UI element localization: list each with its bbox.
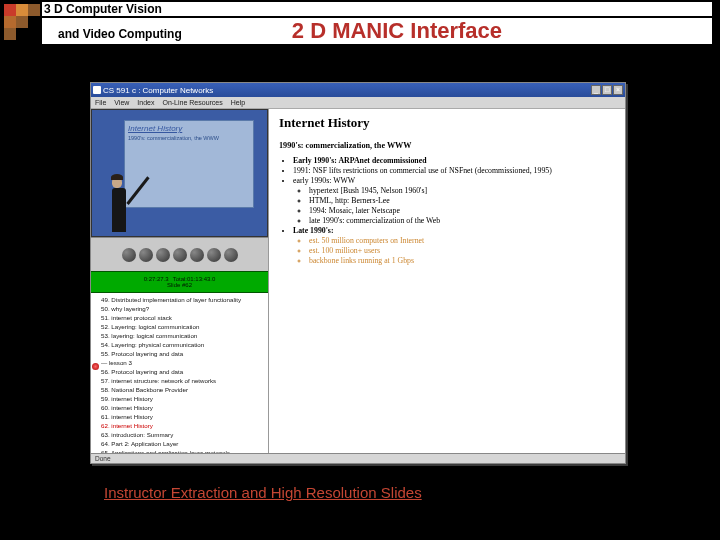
slide-title: 2 D MANIC Interface <box>292 18 502 44</box>
bullet: Late 1990's: <box>293 226 615 236</box>
content-section: 1990's: commercialization, the WWW <box>279 141 615 150</box>
slide-content: Internet History 1990's: commercializati… <box>269 109 625 453</box>
bullet: Early 1990's: ARPAnet decommissioned <box>293 156 615 166</box>
outline-item[interactable]: 55. Protocol layering and data <box>101 349 266 358</box>
menu-help[interactable]: Help <box>231 99 245 106</box>
header-line-2: and Video Computing <box>44 27 182 41</box>
outline-item-current[interactable]: 62. internet History <box>101 421 266 430</box>
sub-bullet: est. 100 million+ users <box>309 246 615 256</box>
left-pane: Internet History 1990's: commercializati… <box>91 109 269 453</box>
outline-item[interactable]: 54. Layering: physical communication <box>101 340 266 349</box>
current-marker-icon <box>92 363 99 370</box>
sub-bullet: HTML, http: Berners-Lee <box>309 196 615 206</box>
outline-item[interactable]: 49. Distributed implementation of layer … <box>101 295 266 304</box>
stop-button[interactable] <box>190 248 204 262</box>
menu-file[interactable]: File <box>95 99 106 106</box>
outline-item[interactable]: 61. internet History <box>101 412 266 421</box>
outline-item[interactable]: 58. National Backbone Provider <box>101 385 266 394</box>
decorative-blocks-mid <box>4 16 40 28</box>
sub-bullet: hypertext [Bush 1945, Nelson 1960's] <box>309 186 615 196</box>
outline-lesson[interactable]: — lesson 3 <box>101 358 266 367</box>
slide-outline[interactable]: 49. Distributed implementation of layer … <box>91 293 268 453</box>
menu-bar: File View Index On-Line Resources Help <box>91 97 625 109</box>
outline-item[interactable]: 57. internet structure: network of netwo… <box>101 376 266 385</box>
timeline-display: 0:27:27.3 Total:01:13:43.0 Slide #62 <box>91 271 268 293</box>
minimize-button[interactable]: _ <box>591 85 601 95</box>
outline-item[interactable]: 52. Layering: logical communication <box>101 322 266 331</box>
content-heading: Internet History <box>279 115 615 131</box>
menu-index[interactable]: Index <box>137 99 154 106</box>
outline-item[interactable]: 63. introduction: Summary <box>101 430 266 439</box>
decorative-blocks-top <box>4 4 40 16</box>
proj-subtitle: 1990's: commercialization, the WWW <box>128 135 250 141</box>
bullet: early 1990s: WWW <box>293 176 615 186</box>
forward-button[interactable] <box>207 248 221 262</box>
skip-back-button[interactable] <box>122 248 136 262</box>
skip-fwd-button[interactable] <box>224 248 238 262</box>
outline-item[interactable]: 59. internet History <box>101 394 266 403</box>
lecture-video[interactable]: Internet History 1990's: commercializati… <box>91 109 268 237</box>
bullet: 1991: NSF lifts restrictions on commerci… <box>293 166 615 176</box>
outline-item[interactable]: 51. internet protocol stack <box>101 313 266 322</box>
pause-button[interactable] <box>173 248 187 262</box>
sub-bullet: late 1990's: commercialization of the We… <box>309 216 615 226</box>
footer-caption: Instructor Extraction and High Resolutio… <box>104 484 422 501</box>
menu-view[interactable]: View <box>114 99 129 106</box>
outline-item[interactable]: 56. Protocol layering and data <box>101 367 266 376</box>
rewind-button[interactable] <box>139 248 153 262</box>
projector-screen: Internet History 1990's: commercializati… <box>124 120 254 208</box>
play-button[interactable] <box>156 248 170 262</box>
maximize-button[interactable]: □ <box>602 85 612 95</box>
outline-item[interactable]: 64. Part 2: Application Layer <box>101 439 266 448</box>
decorative-blocks-low <box>4 28 40 40</box>
status-bar: Done <box>91 453 625 463</box>
proj-title: Internet History <box>128 124 250 133</box>
slide-header: 3 D Computer Vision and Video Computing … <box>0 0 720 56</box>
header-text-block: 3 D Computer Vision and Video Computing … <box>42 0 712 44</box>
playback-controls <box>91 237 268 271</box>
slide-number: Slide #62 <box>167 282 192 288</box>
window-titlebar[interactable]: CS 591 c : Computer Networks _ □ × <box>91 83 625 97</box>
manic-app-window: CS 591 c : Computer Networks _ □ × File … <box>90 82 626 464</box>
sub-bullet: 1994: Mosaic, later Netscape <box>309 206 615 216</box>
time-elapsed: 0:27:27.3 <box>144 276 169 282</box>
instructor-figure <box>98 152 140 232</box>
header-line-1: 3 D Computer Vision <box>42 2 712 16</box>
close-button[interactable]: × <box>613 85 623 95</box>
sub-bullet: backbone links running at 1 Gbps <box>309 256 615 266</box>
app-icon <box>93 86 101 94</box>
outline-item[interactable]: 60. internet History <box>101 403 266 412</box>
sub-bullet: est. 50 million computers on Internet <box>309 236 615 246</box>
window-title: CS 591 c : Computer Networks <box>103 86 213 95</box>
outline-item[interactable]: 65. Applications and application-layer p… <box>101 448 266 453</box>
outline-item[interactable]: 53. layering: logical communication <box>101 331 266 340</box>
outline-item[interactable]: 50. why layering? <box>101 304 266 313</box>
menu-online[interactable]: On-Line Resources <box>162 99 222 106</box>
